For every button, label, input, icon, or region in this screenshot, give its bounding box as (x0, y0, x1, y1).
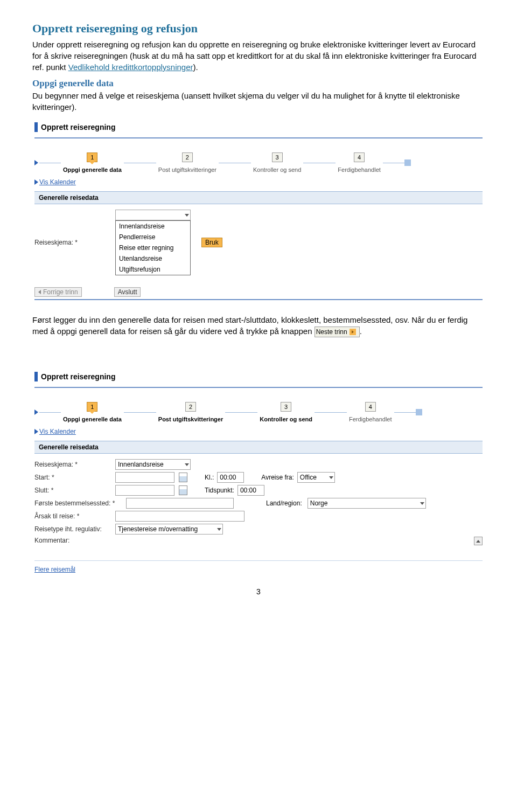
screenshot-1: Opprett reiseregning 1 Oppgi generelle d… (32, 119, 485, 303)
regulativ-select[interactable]: Tjenestereise m/overnatting (115, 524, 223, 535)
step-4-label: Ferdigbehandlet (338, 166, 381, 173)
start-date-input[interactable] (115, 472, 174, 483)
land-value: Norge (310, 499, 328, 507)
section-heading: Oppgi generelle data (32, 78, 485, 89)
expand-arrow-icon[interactable] (34, 179, 38, 185)
slutt-date-input[interactable] (115, 485, 174, 496)
paragraph-3: Først legger du inn den generelle data f… (32, 314, 485, 337)
dropdown-option[interactable]: Reise etter regning (116, 242, 190, 253)
slutt-label: Slutt: * (34, 487, 115, 494)
bestemmelse-input[interactable] (126, 498, 234, 509)
chevron-down-icon (420, 502, 424, 505)
show-calendar-link[interactable]: Vis Kalender (39, 178, 76, 186)
chevron-down-icon (185, 463, 189, 466)
section-paragraph: Du begynner med å velge et reiseskjema (… (32, 90, 485, 113)
step-2-label: Post utgiftskvitteringer (158, 416, 223, 422)
kl-label: Kl.: (205, 474, 214, 481)
roadmap-end-icon (416, 409, 422, 415)
avslutt-button[interactable]: Avslutt (114, 287, 141, 297)
kommentar-label: Kommentar: (34, 537, 115, 544)
bestemmelse-label: Første bestemmelsessted: * (34, 499, 126, 507)
roadmap-start-icon (34, 160, 38, 165)
show-calendar-link[interactable]: Vis Kalender (39, 428, 76, 435)
reiseskjema-select[interactable] (115, 210, 191, 220)
start-label: Start: * (34, 474, 115, 481)
reiseskjema-select[interactable]: Innenlandsreise (115, 459, 191, 470)
intro-text-b: ). (193, 63, 198, 72)
panel-title: Opprett reiseregning (41, 123, 115, 131)
tidspunkt-label: Tidspunkt: (205, 487, 234, 494)
panel-title: Opprett reiseregning (41, 372, 115, 381)
slutt-time-input[interactable] (237, 485, 264, 496)
expand-arrow-icon[interactable] (34, 429, 38, 434)
step-2[interactable]: 2 (182, 152, 193, 162)
section-header: Generelle reisedata (34, 441, 483, 454)
intro-paragraph: Under opprett reiseregning og refusjon k… (32, 39, 485, 73)
step-3[interactable]: 3 (272, 152, 283, 162)
avreise-value: Office (300, 474, 317, 481)
chevron-down-icon (185, 214, 189, 217)
flere-reisemal-link[interactable]: Flere reisemål (34, 566, 75, 573)
next-step-inline-button: Neste trinn (315, 327, 360, 338)
arrow-left-icon (38, 290, 41, 294)
step-1-label: Oppgi generelle data (63, 166, 122, 173)
previous-step-button: Forrige trinn (34, 287, 82, 297)
step-1-label: Oppgi generelle data (63, 416, 122, 422)
section-header: Generelle reisedata (34, 191, 483, 204)
p3-text-b: . (360, 327, 362, 336)
roadmap-end-icon (404, 159, 411, 166)
dropdown-option[interactable]: Utgiftsrefusjon (116, 264, 190, 275)
avreise-select[interactable]: Office (297, 472, 335, 483)
p3-text-a: Først legger du inn den generelle data f… (32, 315, 467, 336)
next-step-label: Neste trinn (316, 328, 347, 337)
bruk-button[interactable]: Bruk (201, 238, 222, 247)
regulativ-value: Tjenestereise m/overnatting (118, 525, 198, 533)
step-1[interactable]: 1 (87, 402, 97, 412)
calendar-icon[interactable] (179, 485, 187, 495)
triangle-up-icon (476, 540, 480, 543)
reiseskjema-value: Innenlandsreise (118, 461, 164, 468)
regulativ-label: Reisetype iht. regulativ: (34, 525, 115, 533)
credit-card-link[interactable]: Vedlikehold kredittkortopplysninger (68, 63, 193, 72)
accent-block (34, 122, 38, 132)
reiseskjema-dropdown: Innenlandsreise Pendlerreise Reise etter… (115, 220, 191, 275)
land-label: Land/region: (266, 499, 302, 507)
step-2-label: Post utgiftskvitteringer (158, 166, 216, 173)
arrow-right-icon (352, 330, 354, 334)
dropdown-option[interactable]: Utenlandsreise (116, 253, 190, 264)
roadmap-start-icon (34, 410, 38, 415)
step-2[interactable]: 2 (185, 402, 196, 412)
chevron-down-icon (217, 528, 221, 531)
page-title: Opprett reiseregning og refusjon (32, 22, 485, 36)
reiseskjema-label: Reiseskjema: * (34, 461, 115, 468)
calendar-icon[interactable] (179, 473, 187, 482)
screenshot-2: Opprett reiseregning 1 Oppgi generelle d… (32, 369, 485, 577)
page-number: 3 (32, 587, 485, 596)
previous-step-label: Forrige trinn (43, 288, 78, 296)
step-roadmap: 1 Oppgi generelle data 2 Post utgiftskvi… (34, 152, 483, 173)
step-3-label: Kontroller og send (253, 166, 301, 173)
accent-block (34, 372, 38, 381)
step-3[interactable]: 3 (281, 402, 291, 412)
start-time-input[interactable] (217, 472, 244, 483)
arsak-input[interactable] (115, 511, 244, 522)
step-4-label: Ferdigbehandlet (349, 416, 392, 422)
land-select[interactable]: Norge (308, 498, 426, 509)
step-roadmap: 1 Oppgi generelle data 2 Post utgiftskvi… (34, 402, 483, 422)
scroll-up-button[interactable] (474, 537, 483, 545)
chevron-down-icon (329, 476, 333, 479)
step-4[interactable]: 4 (365, 402, 376, 412)
dropdown-option[interactable]: Innenlandsreise (116, 221, 190, 232)
reiseskjema-label: Reiseskjema: * (34, 239, 115, 246)
step-3-label: Kontroller og send (260, 416, 312, 422)
step-4[interactable]: 4 (354, 152, 365, 162)
avreise-label: Avreise fra: (261, 474, 294, 481)
dropdown-option[interactable]: Pendlerreise (116, 232, 190, 242)
step-1[interactable]: 1 (87, 152, 97, 162)
arsak-label: Årsak til reise: * (34, 512, 115, 520)
